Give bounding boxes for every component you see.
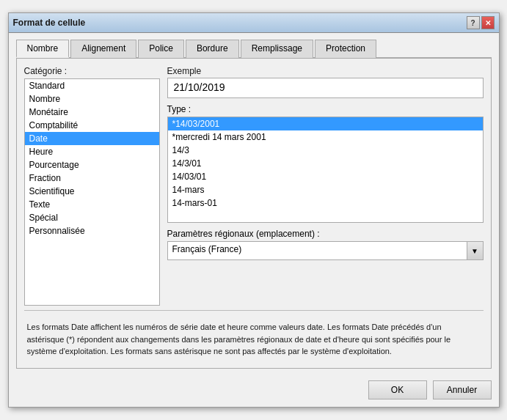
close-button[interactable]: ✕: [481, 16, 495, 29]
list-item[interactable]: Personnalisée: [25, 224, 159, 237]
info-text: Les formats Date affichent les numéros d…: [24, 315, 484, 361]
list-item[interactable]: Scientifique: [25, 185, 159, 198]
list-item[interactable]: Fraction: [25, 172, 159, 185]
type-label: Type :: [167, 104, 484, 114]
regional-dropdown[interactable]: Français (France) ▼: [167, 241, 484, 260]
format-cellule-dialog: Format de cellule ? ✕ Nombre Alignement …: [8, 12, 500, 408]
tab-remplissage[interactable]: Remplissage: [241, 40, 313, 58]
list-item[interactable]: Nombre: [25, 92, 159, 106]
dialog-body: Nombre Alignement Police Bordure Remplis…: [9, 33, 499, 376]
right-panel: Exemple 21/10/2019 Type : *14/03/2001*me…: [167, 66, 484, 306]
list-item[interactable]: Texte: [25, 198, 159, 211]
tab-nombre[interactable]: Nombre: [16, 40, 70, 58]
dialog-title: Format de cellule: [13, 18, 86, 28]
type-list-container: *14/03/2001*mercredi 14 mars 200114/314/…: [167, 117, 484, 223]
tab-content-nombre: Catégorie : StandardNombreMonétaireCompt…: [16, 59, 492, 369]
type-list[interactable]: *14/03/2001*mercredi 14 mars 200114/314/…: [167, 117, 484, 223]
main-layout: Catégorie : StandardNombreMonétaireCompt…: [24, 66, 484, 306]
type-list-item[interactable]: 14/3: [168, 144, 483, 157]
categorie-label: Catégorie :: [24, 66, 160, 76]
type-list-item[interactable]: *mercredi 14 mars 2001: [168, 130, 483, 144]
tab-alignement[interactable]: Alignement: [70, 40, 136, 58]
tab-bordure[interactable]: Bordure: [186, 40, 239, 58]
tab-protection[interactable]: Protection: [315, 40, 376, 58]
type-list-item[interactable]: 14/03/01: [168, 170, 483, 183]
list-item[interactable]: Standard: [25, 79, 159, 92]
example-value: 21/10/2019: [167, 78, 484, 98]
type-list-item[interactable]: 14-mars-01: [168, 196, 483, 210]
list-item[interactable]: Comptabilité: [25, 119, 159, 132]
categorie-list[interactable]: StandardNombreMonétaireComptabilitéDateH…: [24, 78, 160, 306]
left-panel: Catégorie : StandardNombreMonétaireCompt…: [24, 66, 160, 306]
tab-police[interactable]: Police: [138, 40, 184, 58]
footer: OK Annuler: [9, 376, 499, 407]
list-item[interactable]: Spécial: [25, 211, 159, 224]
title-bar: Format de cellule ? ✕: [9, 13, 499, 33]
list-item[interactable]: Monétaire: [25, 106, 159, 119]
cancel-button[interactable]: Annuler: [433, 380, 492, 399]
list-item[interactable]: Heure: [25, 145, 159, 158]
regional-dropdown-arrow[interactable]: ▼: [467, 241, 484, 260]
regional-label: Paramètres régionaux (emplacement) :: [167, 229, 484, 239]
title-bar-buttons: ? ✕: [467, 16, 495, 29]
regional-value: Français (France): [167, 241, 467, 260]
list-item[interactable]: Date: [25, 132, 159, 145]
type-list-item[interactable]: *14/03/2001: [168, 117, 483, 130]
example-label: Exemple: [167, 66, 484, 76]
type-list-item[interactable]: 14/3/01: [168, 157, 483, 170]
ok-button[interactable]: OK: [368, 380, 427, 399]
help-button[interactable]: ?: [467, 16, 480, 29]
divider: [24, 310, 484, 311]
tabs-container: Nombre Alignement Police Bordure Remplis…: [16, 39, 492, 59]
type-list-item[interactable]: 14-mars: [168, 183, 483, 196]
list-item[interactable]: Pourcentage: [25, 158, 159, 172]
categorie-list-wrapper: StandardNombreMonétaireComptabilitéDateH…: [24, 78, 160, 306]
